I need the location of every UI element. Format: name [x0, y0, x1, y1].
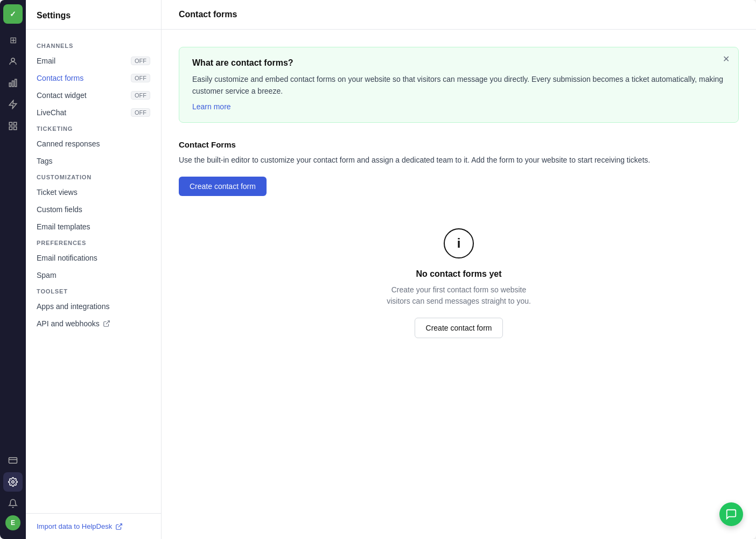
user-avatar[interactable]: E [5, 515, 20, 530]
nav-item-api-webhooks[interactable]: API and webhooks [26, 315, 161, 332]
sidebar-icon-reports[interactable] [3, 73, 23, 93]
svg-rect-6 [14, 122, 17, 125]
svg-rect-3 [15, 79, 17, 87]
nav-item-spam[interactable]: Spam [26, 267, 161, 284]
settings-sidebar: Settings CHANNELS Email OFF Contact form… [26, 0, 162, 539]
main-content: Contact forms ✕ What are contact forms? … [162, 0, 756, 539]
nav-item-canned-responses[interactable]: Canned responses [26, 135, 161, 152]
info-banner-description: Easily customize and embed contact forms… [192, 73, 725, 97]
section-label-customization: CUSTOMIZATION [26, 170, 161, 184]
nav-item-email-templates[interactable]: Email templates [26, 218, 161, 235]
sidebar-icon-contacts[interactable] [3, 52, 23, 71]
sidebar-icon-notifications[interactable] [3, 494, 23, 513]
svg-line-12 [106, 321, 109, 324]
section-label-toolset: TOOLSET [26, 284, 161, 298]
empty-state-description: Create your first contact form so websit… [387, 284, 531, 307]
section-description: Use the built-in editor to customize you… [179, 155, 739, 166]
empty-state-title: No contact forms yet [416, 269, 501, 279]
svg-rect-5 [9, 122, 12, 125]
livechat-badge: OFF [131, 108, 150, 117]
float-chat-button[interactable] [719, 502, 743, 526]
nav-item-email[interactable]: Email OFF [26, 52, 161, 69]
nav-item-email-notifications[interactable]: Email notifications [26, 249, 161, 267]
settings-title: Settings [26, 0, 161, 30]
info-banner: ✕ What are contact forms? Easily customi… [179, 47, 739, 123]
create-contact-form-button-empty[interactable]: Create contact form [415, 318, 503, 338]
nav-item-apps-integrations[interactable]: Apps and integrations [26, 298, 161, 315]
nav-item-livechat[interactable]: LiveChat OFF [26, 104, 161, 121]
sidebar-icon-apps[interactable] [3, 116, 23, 136]
icon-sidebar: ✓ ⊞ E [0, 0, 26, 539]
chat-icon [725, 508, 737, 520]
svg-rect-8 [14, 127, 17, 130]
main-page-title: Contact forms [162, 0, 756, 30]
section-label-ticketing: TICKETING [26, 121, 161, 135]
close-banner-button[interactable]: ✕ [723, 54, 730, 64]
learn-more-link[interactable]: Learn more [192, 102, 231, 111]
contact-forms-section: Contact Forms Use the built-in editor to… [179, 140, 739, 196]
section-label-channels: CHANNELS [26, 38, 161, 52]
main-body: ✕ What are contact forms? Easily customi… [162, 30, 756, 539]
section-title: Contact Forms [179, 140, 739, 149]
nav-item-tags[interactable]: Tags [26, 152, 161, 170]
create-contact-form-button-top[interactable]: Create contact form [179, 177, 267, 196]
app-logo[interactable]: ✓ [3, 4, 23, 24]
svg-point-11 [12, 481, 15, 484]
svg-marker-4 [9, 101, 17, 109]
email-badge: OFF [131, 57, 150, 65]
svg-rect-2 [12, 81, 14, 87]
nav-item-custom-fields[interactable]: Custom fields [26, 201, 161, 218]
external-link-import-icon [115, 523, 123, 530]
empty-state: i No contact forms yet Create your first… [179, 196, 739, 370]
svg-rect-7 [9, 127, 12, 130]
info-circle-icon: i [444, 228, 474, 258]
sidebar-icon-grid[interactable]: ⊞ [3, 30, 23, 50]
svg-point-0 [11, 58, 15, 61]
contact-forms-badge: OFF [131, 74, 150, 82]
svg-rect-9 [9, 458, 17, 464]
sidebar-icon-settings[interactable] [3, 472, 23, 492]
sidebar-icon-billing[interactable] [3, 451, 23, 470]
import-link[interactable]: Import data to HelpDesk [26, 513, 161, 539]
section-label-preferences: PREFERENCES [26, 235, 161, 249]
sidebar-icon-automations[interactable] [3, 95, 23, 114]
svg-line-13 [118, 523, 122, 527]
settings-nav: CHANNELS Email OFF Contact forms OFF Con… [26, 30, 161, 513]
external-link-icon [103, 320, 110, 327]
nav-item-contact-forms[interactable]: Contact forms OFF [26, 69, 161, 87]
nav-item-ticket-views[interactable]: Ticket views [26, 184, 161, 201]
nav-item-contact-widget[interactable]: Contact widget OFF [26, 87, 161, 104]
contact-widget-badge: OFF [131, 91, 150, 100]
info-banner-title: What are contact forms? [192, 58, 725, 68]
svg-rect-1 [9, 83, 11, 87]
